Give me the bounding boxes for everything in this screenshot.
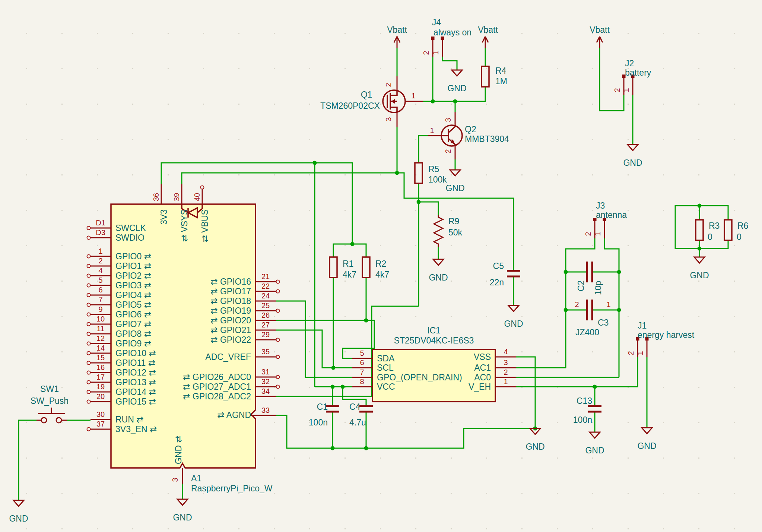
svg-text:GPIO15 ⇄: GPIO15 ⇄ [115, 397, 156, 406]
gnd-label: GND [623, 158, 642, 168]
component-r2[interactable]: R2 4k7 [362, 257, 389, 279]
gnd-symbol-icon[interactable] [628, 145, 638, 151]
svg-text:⇄ GPIO21: ⇄ GPIO21 [210, 325, 251, 335]
svg-text:SWCLK: SWCLK [115, 223, 146, 233]
pico-value: RaspberryPi_Pico_W [191, 484, 273, 493]
gnd-symbol-icon[interactable] [590, 432, 600, 438]
r3-resistor-icon[interactable] [696, 220, 703, 240]
svg-text:⇄ GPIO22: ⇄ GPIO22 [210, 335, 251, 345]
svg-text:GND ⇄: GND ⇄ [174, 436, 183, 464]
svg-text:3V3: 3V3 [159, 209, 169, 225]
component-j4[interactable]: 2 1 J4 always on [422, 18, 472, 57]
q1-pin2: 2 [384, 83, 393, 87]
svg-text:GPIO5 ⇄: GPIO5 ⇄ [115, 300, 151, 310]
pico-right-pin-numbers: 21 22 24 25 26 27 29 35 31 32 34 33 [261, 272, 270, 414]
gnd-symbol-icon[interactable] [13, 500, 24, 506]
vbatt-arrow-icon[interactable] [597, 37, 603, 48]
svg-text:3V3_EN ⇄: 3V3_EN ⇄ [115, 424, 157, 434]
component-ic1[interactable]: 5 6 7 8 4 3 2 1 SDA SCL GPO_(OPEN_DRAIN)… [352, 326, 516, 402]
component-r4[interactable]: R4 1M [482, 66, 507, 87]
svg-text:33: 33 [261, 406, 270, 414]
component-c2[interactable]: C2 10p [576, 262, 603, 295]
q2-ref: Q2 [465, 124, 476, 134]
svg-text:GPIO0 ⇄: GPIO0 ⇄ [115, 251, 151, 261]
r6-resistor-icon[interactable] [724, 220, 732, 240]
c1-capacitor-icon[interactable] [326, 406, 339, 412]
r1-resistor-icon[interactable] [330, 257, 337, 278]
r5-ref: R5 [428, 164, 439, 174]
gnd-symbol-icon[interactable] [642, 428, 652, 434]
j2-ref: J2 [625, 58, 634, 68]
svg-text:2: 2 [98, 257, 102, 265]
svg-text:RUN ⇄: RUN ⇄ [115, 415, 144, 424]
component-c3[interactable]: 2 1 C3 JZ400 [575, 300, 610, 337]
svg-text:31: 31 [261, 368, 270, 376]
gnd-symbol-icon[interactable] [450, 170, 460, 176]
ic1-ref: IC1 [427, 326, 441, 335]
q1-arrow [391, 99, 395, 104]
component-r1[interactable]: R1 4k7 [330, 257, 356, 279]
gnd-symbol-icon[interactable] [508, 305, 519, 311]
svg-text:VCC: VCC [377, 382, 395, 392]
svg-text:GPO_(OPEN_DRAIN): GPO_(OPEN_DRAIN) [377, 373, 462, 382]
c4-capacitor-icon[interactable] [359, 406, 373, 412]
svg-text:ADC_VREF: ADC_VREF [205, 352, 251, 362]
j4-value: always on [434, 28, 472, 37]
gnd-symbol-icon[interactable] [433, 259, 444, 265]
component-j1[interactable]: 2 1 J1 energy harvest [627, 321, 695, 357]
r5-resistor-icon[interactable] [415, 163, 422, 183]
svg-text:GPIO7 ⇄: GPIO7 ⇄ [115, 319, 151, 329]
r9-resistor-zigzag-icon[interactable] [434, 215, 443, 247]
svg-text:⇄ GPIO28_ADC2: ⇄ GPIO28_ADC2 [183, 392, 251, 401]
component-r9[interactable]: R9 50k [434, 215, 463, 247]
svg-text:VSS: VSS [474, 352, 491, 362]
vbatt-arrow-icon[interactable] [482, 37, 488, 48]
svg-text:22: 22 [261, 282, 270, 290]
r9-value: 50k [448, 228, 463, 237]
r6-ref: R6 [737, 221, 748, 231]
c2-ref: C2 [576, 281, 586, 291]
c3-capacitor-icon[interactable] [587, 300, 592, 320]
svg-text:⇄ VBUS: ⇄ VBUS [200, 209, 210, 242]
gnd-label: GND [9, 514, 28, 523]
component-c5[interactable]: C5 22n [490, 261, 520, 287]
component-sw1[interactable]: SW1 SW_Push [31, 384, 69, 423]
component-j2[interactable]: 2 1 J2 battery [613, 58, 651, 95]
gnd-symbol-icon[interactable] [177, 499, 188, 505]
sw1-contact-right [56, 418, 61, 423]
component-c1[interactable]: C1 100n [309, 402, 339, 427]
svg-text:7: 7 [98, 295, 102, 304]
r2-resistor-icon[interactable] [362, 257, 370, 278]
component-q2[interactable]: 3 1 2 Q2 MMBT3904 [428, 112, 509, 159]
gnd-symbol-icon[interactable] [694, 257, 705, 263]
pico-ref: A1 [191, 474, 201, 483]
component-r6[interactable]: R6 0 [724, 220, 748, 242]
vbatt-arrow-icon[interactable] [394, 37, 400, 48]
svg-text:AC1: AC1 [474, 363, 491, 373]
component-q1[interactable]: 2 1 3 Q1 TSM260P02CX [320, 76, 423, 127]
r1-value: 4k7 [343, 270, 356, 279]
r2-ref: R2 [375, 259, 386, 269]
gnd-symbol-icon[interactable] [452, 70, 462, 76]
svg-text:4: 4 [98, 266, 102, 275]
r5-value: 100k [428, 175, 447, 184]
j3-pin1-num: 1 [594, 232, 602, 236]
sw1-pushbutton-icon[interactable] [36, 408, 67, 420]
component-r3[interactable]: R3 0 [696, 220, 720, 242]
gnd-label: GND [637, 441, 656, 451]
sw1-contact-left [41, 418, 47, 423]
c5-capacitor-icon[interactable] [507, 271, 520, 276]
component-r5[interactable]: R5 100k [415, 163, 447, 184]
component-c13[interactable]: C13 100n [573, 396, 601, 425]
j2-value: battery [625, 68, 651, 77]
svg-text:30: 30 [96, 410, 105, 418]
svg-text:GPIO12 ⇄: GPIO12 ⇄ [115, 368, 156, 377]
vbatt-label: Vbatt [478, 25, 498, 35]
component-c4[interactable]: C4 4.7u [349, 402, 373, 427]
r4-resistor-icon[interactable] [482, 66, 489, 87]
component-pico[interactable]: D1 D3 1 2 4 5 6 7 9 10 11 12 14 15 16 17… [87, 184, 280, 493]
component-j3[interactable]: 2 1 J3 antenna [584, 201, 627, 238]
c13-capacitor-icon[interactable] [588, 406, 601, 412]
j2-pin2-num: 2 [613, 88, 621, 92]
c2-capacitor-icon[interactable] [587, 262, 592, 282]
